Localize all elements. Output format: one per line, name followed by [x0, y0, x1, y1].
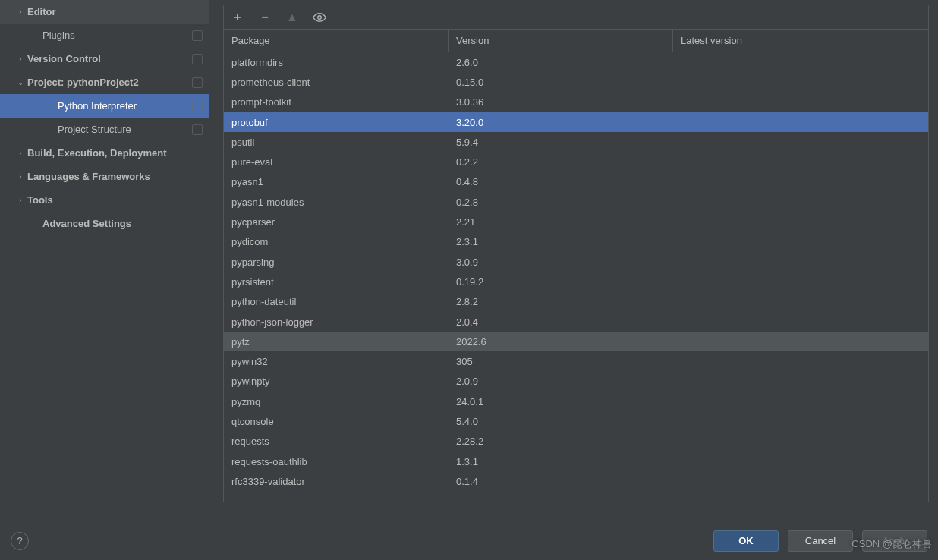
package-name: platformdirs — [224, 57, 449, 68]
sidebar-item-editor[interactable]: ›Editor — [0, 0, 209, 24]
package-version: 0.2.8 — [449, 197, 673, 208]
packages-panel: + − ▲ Package Version Latest version pla… — [223, 5, 929, 502]
package-version: 24.0.1 — [449, 396, 673, 407]
table-row[interactable]: qtconsole5.4.0 — [224, 411, 928, 431]
package-name: pyasn1-modules — [224, 197, 449, 208]
packages-table-body[interactable]: platformdirs2.6.0prometheus-client0.15.0… — [224, 52, 928, 502]
package-name: prometheus-client — [224, 77, 449, 88]
add-package-button[interactable]: + — [230, 10, 245, 25]
package-name: pycparser — [224, 216, 449, 228]
scope-indicator-icon — [192, 101, 203, 112]
scope-indicator-icon — [192, 77, 203, 88]
header-version[interactable]: Version — [449, 30, 673, 52]
package-version: 5.4.0 — [449, 416, 673, 427]
ok-button[interactable]: OK — [713, 530, 779, 552]
sidebar-item-label: Project Structure — [58, 124, 189, 135]
chevron-right-icon: › — [14, 172, 27, 181]
package-name: qtconsole — [224, 416, 449, 427]
table-row[interactable]: requests-oauthlib1.3.1 — [224, 451, 928, 471]
package-version: 3.0.9 — [449, 256, 673, 268]
sidebar-item-label: Project: pythonProject2 — [27, 77, 189, 88]
apply-button: Apply — [862, 530, 927, 552]
table-row[interactable]: psutil5.9.4 — [224, 132, 928, 152]
table-row[interactable]: rfc3339-validator0.1.4 — [224, 471, 928, 491]
table-row[interactable]: protobuf3.20.0 — [224, 112, 928, 132]
package-version: 2.0.9 — [449, 376, 673, 387]
sidebar-item-label: Python Interpreter — [58, 100, 189, 112]
package-version: 1.3.1 — [449, 456, 673, 467]
package-version: 2.21 — [449, 216, 673, 228]
table-row[interactable]: pywinpty2.0.9 — [224, 372, 928, 392]
table-row[interactable]: requests2.28.2 — [224, 432, 928, 451]
package-version: 2.8.2 — [449, 296, 673, 307]
package-name: pydicom — [224, 236, 449, 247]
table-row[interactable]: prompt-toolkit3.0.36 — [224, 93, 928, 112]
sidebar-item-advanced-settings[interactable]: Advanced Settings — [0, 212, 209, 235]
scope-indicator-icon — [192, 30, 203, 41]
help-button[interactable]: ? — [11, 532, 29, 550]
table-row[interactable]: pycparser2.21 — [224, 212, 928, 231]
remove-package-button[interactable]: − — [257, 10, 272, 25]
table-row[interactable]: pydicom2.3.1 — [224, 232, 928, 252]
cancel-button[interactable]: Cancel — [788, 530, 853, 552]
package-name: requests — [224, 436, 449, 447]
table-row[interactable]: pytz2022.6 — [224, 332, 928, 351]
table-row[interactable]: python-dateutil2.8.2 — [224, 292, 928, 312]
settings-content: + − ▲ Package Version Latest version pla… — [209, 0, 938, 521]
sidebar-item-label: Tools — [27, 194, 203, 206]
package-name: pywin32 — [224, 356, 449, 367]
package-version: 0.1.4 — [449, 476, 673, 487]
sidebar-item-project-structure[interactable]: Project Structure — [0, 118, 209, 141]
package-name: pure-eval — [224, 156, 449, 168]
package-version: 2.6.0 — [449, 57, 673, 68]
table-row[interactable]: pyasn1-modules0.2.8 — [224, 192, 928, 212]
sidebar-item-version-control[interactable]: ›Version Control — [0, 47, 209, 71]
table-row[interactable]: pure-eval0.2.2 — [224, 152, 928, 171]
sidebar-item-python-interpreter[interactable]: Python Interpreter — [0, 94, 209, 118]
chevron-right-icon: › — [14, 149, 27, 157]
table-row[interactable]: python-json-logger2.0.4 — [224, 312, 928, 332]
scope-indicator-icon — [192, 54, 203, 64]
table-row[interactable]: platformdirs2.6.0 — [224, 52, 928, 72]
package-name: pyrsistent — [224, 276, 449, 288]
package-name: pyparsing — [224, 256, 449, 268]
settings-sidebar[interactable]: ›EditorPlugins›Version Control⌄Project: … — [0, 0, 209, 521]
package-version: 2.28.2 — [449, 436, 673, 447]
table-row[interactable]: pyasn10.4.8 — [224, 172, 928, 192]
package-name: pytz — [224, 336, 449, 348]
sidebar-item-languages-frameworks[interactable]: ›Languages & Frameworks — [0, 165, 209, 188]
package-name: prompt-toolkit — [224, 96, 449, 108]
package-name: protobuf — [224, 117, 449, 128]
package-name: python-dateutil — [224, 296, 449, 307]
package-version: 2.3.1 — [449, 236, 673, 247]
table-row[interactable]: pyparsing3.0.9 — [224, 252, 928, 272]
package-version: 3.20.0 — [449, 117, 673, 128]
table-row[interactable]: prometheus-client0.15.0 — [224, 72, 928, 92]
package-name: psutil — [224, 137, 449, 148]
scope-indicator-icon — [192, 124, 203, 135]
chevron-right-icon: › — [14, 196, 27, 204]
upgrade-package-button: ▲ — [285, 10, 300, 25]
sidebar-item-label: Build, Execution, Deployment — [27, 147, 203, 159]
table-row[interactable]: pyrsistent0.19.2 — [224, 272, 928, 291]
chevron-down-icon: ⌄ — [14, 78, 27, 87]
sidebar-item-plugins[interactable]: Plugins — [0, 24, 209, 47]
chevron-right-icon: › — [14, 55, 27, 63]
packages-table-header: Package Version Latest version — [224, 30, 928, 52]
package-version: 2.0.4 — [449, 316, 673, 328]
header-latest[interactable]: Latest version — [673, 30, 928, 52]
package-name: rfc3339-validator — [224, 476, 449, 487]
sidebar-item-build-execution-deployment[interactable]: ›Build, Execution, Deployment — [0, 141, 209, 165]
package-name: pyasn1 — [224, 176, 449, 187]
table-row[interactable]: pywin32305 — [224, 351, 928, 371]
sidebar-item-label: Plugins — [42, 30, 189, 41]
package-version: 3.0.36 — [449, 96, 673, 108]
show-early-releases-button[interactable] — [312, 10, 327, 25]
sidebar-item-tools[interactable]: ›Tools — [0, 188, 209, 212]
package-version: 5.9.4 — [449, 137, 673, 148]
table-row[interactable]: pyzmq24.0.1 — [224, 392, 928, 411]
header-package[interactable]: Package — [224, 30, 449, 52]
packages-toolbar: + − ▲ — [224, 5, 928, 30]
sidebar-item-project-pythonproject2[interactable]: ⌄Project: pythonProject2 — [0, 71, 209, 94]
package-version: 0.4.8 — [449, 176, 673, 187]
